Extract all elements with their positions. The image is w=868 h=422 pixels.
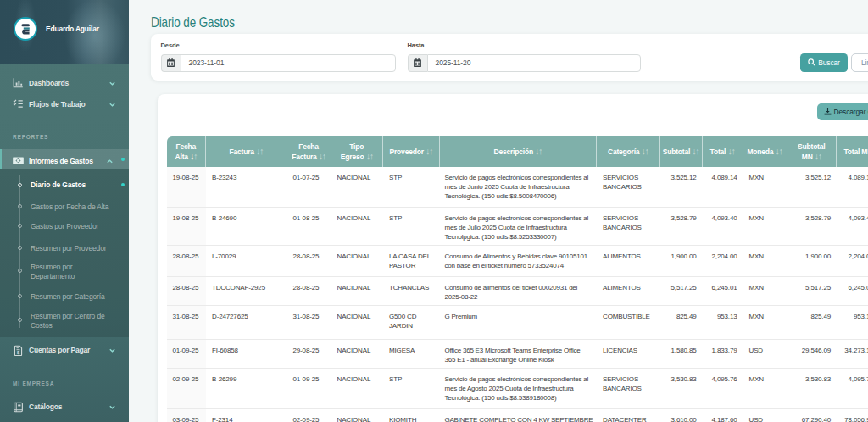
svg-text:$: $ bbox=[17, 349, 20, 354]
